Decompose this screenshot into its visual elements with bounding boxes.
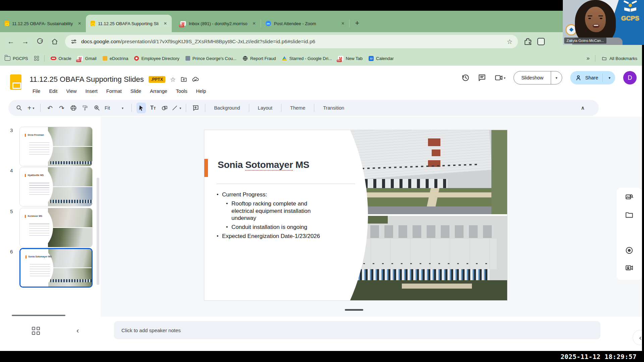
slide-thumbnail-4[interactable]: Hyattsville MS [19, 167, 93, 206]
tab-obafa-supporting-slides[interactable]: 11.12.25 OBAFA Supporting Sli ✕ [86, 15, 172, 32]
slide-title[interactable]: Sonia Sotomayer MS [218, 160, 309, 170]
apps-grid-icon[interactable] [34, 56, 39, 61]
menu-file[interactable]: File [28, 87, 45, 95]
slide-number: 6 [10, 249, 13, 254]
line-tool[interactable]: ▾ [172, 103, 181, 113]
grid-view-icon[interactable] [32, 327, 41, 336]
theme-button[interactable]: Theme [286, 105, 309, 111]
menu-arrange[interactable]: Arrange [146, 87, 172, 95]
cloud-status-icon[interactable] [192, 76, 199, 83]
tab-close-icon[interactable]: ✕ [341, 21, 344, 26]
canvas-scroll-indicator[interactable] [345, 309, 363, 311]
slideshow-button[interactable]: Slideshow ▾ [514, 71, 562, 84]
reload-button[interactable] [36, 38, 44, 45]
slideshow-dropdown[interactable]: ▾ [551, 71, 562, 84]
tab-obafa-sustainability[interactable]: 11.12.25 OBAFA- Sustainability ✕ [0, 15, 86, 32]
slides-favicon [91, 21, 95, 26]
filmstrip-horizontal-scrollbar[interactable] [12, 315, 65, 316]
print-icon[interactable] [69, 103, 78, 113]
layout-button[interactable]: Layout [254, 105, 277, 111]
address-bar[interactable]: docs.google.com/presentation/d/17vXf9sgK… [65, 35, 518, 48]
transition-button[interactable]: Transition [319, 105, 348, 111]
share-dropdown[interactable]: ▾ [606, 76, 613, 80]
document-title[interactable]: 11.12.25 OBAFA Supporting Slides [30, 75, 144, 84]
extensions-icon[interactable] [524, 38, 532, 46]
right-letterbox-bar [642, 45, 644, 351]
move-to-folder-icon[interactable] [180, 76, 187, 83]
collapse-toolbar-chevron[interactable]: ∧ [581, 105, 585, 111]
zoom-participant-video[interactable]: GCPS Zakyia Goins-McCan... [563, 0, 644, 45]
slide-thumbnail-5[interactable]: Kenmoor MS [19, 208, 93, 247]
slide-accent-bar [204, 159, 208, 177]
account-avatar[interactable]: D [623, 71, 637, 84]
record-icon[interactable] [625, 246, 634, 255]
bookmark-gmail[interactable]: M100+ Gmail [77, 56, 97, 61]
collapse-filmstrip-chevron[interactable]: ‹ [76, 326, 79, 335]
background-button[interactable]: Background [210, 105, 244, 111]
slide-body-text[interactable]: Current Progress: Rooftop racking comple… [217, 191, 327, 242]
slide-number: 4 [10, 168, 13, 173]
bookmark-report-fraud[interactable]: Report Fraud [243, 56, 276, 61]
meet-person-camera-icon[interactable] [625, 263, 634, 272]
star-document-icon[interactable]: ☆ [170, 76, 176, 83]
redo-icon[interactable]: ↷ [57, 103, 66, 113]
employee-directory-icon [134, 56, 139, 61]
forward-button[interactable]: → [22, 38, 29, 46]
back-button[interactable]: ← [7, 38, 14, 46]
bookmark-new-tab[interactable]: M100+ New Tab [338, 56, 363, 61]
insert-comment-icon[interactable] [191, 103, 200, 113]
slide-number: 5 [10, 208, 13, 214]
new-slide-button[interactable]: +▾ [26, 103, 36, 113]
tab-close-icon[interactable]: ✕ [164, 21, 167, 26]
slide-thumbnail-3[interactable]: Drew Freeman [19, 127, 93, 166]
slide-canvas[interactable]: Sonia Sotomayer MS Current Progress: Roo… [204, 130, 507, 301]
tab-separator [349, 19, 350, 27]
tab-close-icon[interactable]: ✕ [253, 21, 256, 26]
profile-icon[interactable] [537, 38, 545, 45]
filmstrip-scrollbar[interactable] [97, 178, 99, 285]
share-button[interactable]: Share ▾ [570, 71, 615, 84]
tab-gmail-inbox[interactable]: M100+ Inbox (891) - dorothy2.morriso ✕ [176, 15, 261, 32]
bookmark-employee-directory[interactable]: Employee Directory [134, 56, 179, 61]
menu-help[interactable]: Help [192, 87, 210, 95]
menu-format[interactable]: Format [102, 87, 126, 95]
image-search-icon[interactable] [625, 193, 634, 202]
menu-edit[interactable]: Edit [45, 87, 62, 95]
tab-title: 11.12.25 OBAFA Supporting Sli [98, 21, 158, 26]
select-tool[interactable] [137, 103, 146, 113]
bookmark-pgcps[interactable]: PGCPS [5, 56, 28, 61]
google-slides-logo[interactable] [10, 74, 21, 90]
speaker-notes-input[interactable]: Click to add speaker notes [114, 321, 600, 339]
undo-icon[interactable]: ↶ [45, 103, 55, 113]
menu-insert[interactable]: Insert [81, 87, 102, 95]
meet-camera-icon[interactable]: ▾ [494, 73, 505, 82]
bookmarks-overflow-chevron[interactable]: » [586, 55, 589, 62]
paint-format-icon[interactable] [80, 103, 90, 113]
folder-icon [601, 56, 607, 61]
bookmark-prince-georges-county[interactable]: Prince George's Cou... [185, 56, 236, 61]
all-bookmarks-button[interactable]: All Bookmarks [601, 56, 637, 61]
zoom-in-icon[interactable] [92, 103, 102, 113]
version-history-icon[interactable] [461, 73, 470, 82]
bookmark-edoctrina[interactable]: eDoctrina [103, 56, 128, 61]
new-tab-button[interactable]: + [355, 19, 359, 27]
site-settings-icon[interactable] [70, 38, 77, 45]
folder-panel-icon[interactable] [625, 210, 634, 219]
zoom-fit-select[interactable]: Fit [104, 105, 112, 111]
tab-close-icon[interactable]: ✕ [78, 21, 81, 26]
bookmark-star-icon[interactable]: ☆ [507, 38, 513, 46]
comments-icon[interactable] [478, 73, 486, 82]
text-box-tool[interactable]: TT [148, 103, 158, 113]
home-button[interactable] [51, 38, 58, 45]
bookmark-calendar[interactable]: 12 Calendar [369, 56, 394, 61]
menu-slide[interactable]: Slide [126, 87, 146, 95]
shape-tool[interactable] [160, 103, 169, 113]
globe-icon [243, 56, 248, 61]
bookmark-oracle[interactable]: Oracle [51, 56, 71, 61]
search-menus-icon[interactable] [14, 103, 24, 113]
slide-thumbnail-6-selected[interactable]: Sonia Sotomayer MS [19, 248, 93, 288]
menu-view[interactable]: View [62, 87, 81, 95]
bookmark-starred-drive[interactable]: Starred - Google Dri... [282, 56, 332, 61]
menu-tools[interactable]: Tools [172, 87, 192, 95]
tab-zoom-post-attendee[interactable]: zm Post Attendee - Zoom ✕ [261, 15, 350, 32]
